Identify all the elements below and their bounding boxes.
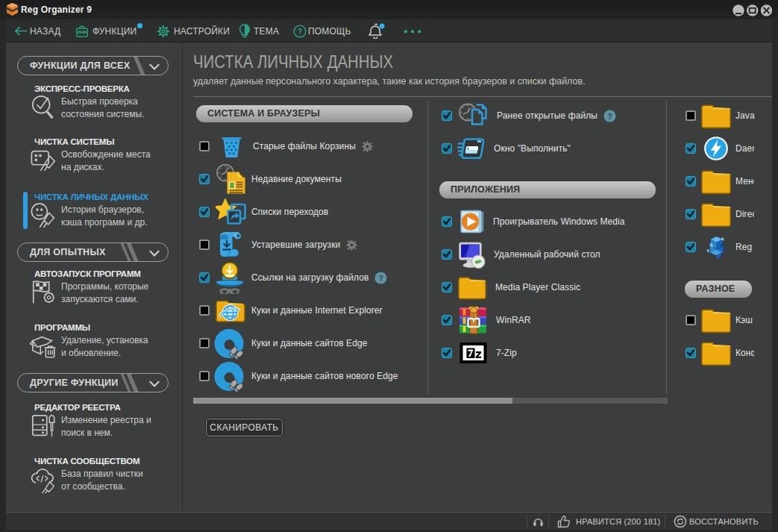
svg-text:?: ? — [607, 111, 612, 120]
svg-text:?: ? — [379, 273, 384, 282]
svg-text:?: ? — [298, 27, 303, 35]
